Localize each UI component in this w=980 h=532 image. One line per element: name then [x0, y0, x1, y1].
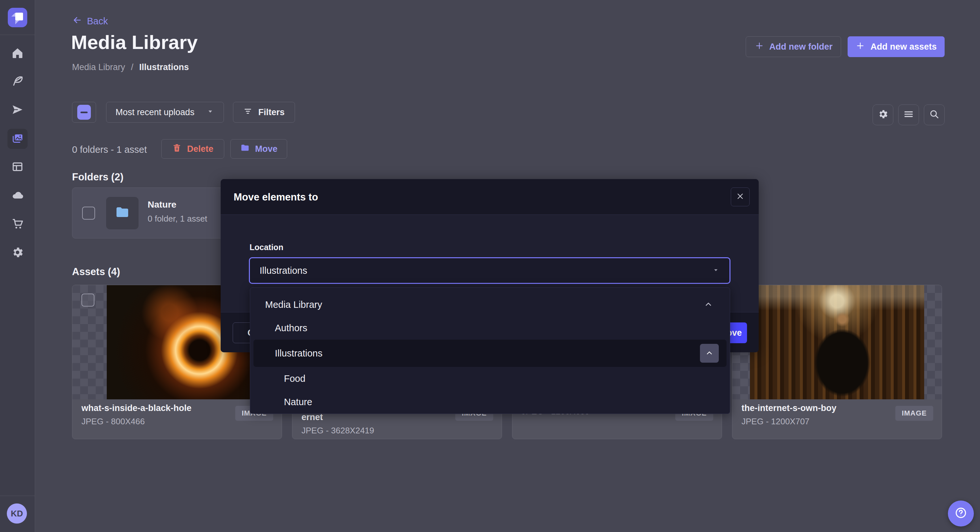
sort-value: Most recent uploads: [116, 107, 194, 118]
option-label: Illustrations: [275, 348, 323, 359]
sidebar-item-deploy[interactable]: [8, 186, 28, 206]
option-label: Authors: [275, 323, 307, 333]
list-icon: [903, 109, 914, 121]
sidebar-item-content-manager[interactable]: [8, 72, 28, 92]
dropdown-option-authors[interactable]: Authors: [253, 316, 727, 340]
asset-meta: JPEG - 800X466: [81, 416, 223, 427]
sort-dropdown[interactable]: Most recent uploads: [106, 102, 224, 122]
assets-heading: Assets (4): [72, 266, 120, 278]
back-link[interactable]: Back: [72, 15, 108, 28]
checkbox-indeterminate-icon: [77, 105, 91, 120]
move-button[interactable]: Move: [231, 139, 287, 159]
logo-shape: [15, 13, 23, 21]
dropdown-option-media-library[interactable]: Media Library: [253, 293, 727, 316]
delete-button[interactable]: Delete: [161, 139, 224, 159]
filters-label: Filters: [258, 107, 285, 118]
cart-icon: [11, 218, 24, 232]
folder-tile: [106, 197, 138, 229]
breadcrumb-separator: /: [131, 62, 134, 72]
back-label: Back: [87, 16, 108, 27]
asset-caption: the-internet-s-own-boy JPEG - 1200X707: [741, 403, 883, 427]
folder-checkbox[interactable]: [82, 206, 95, 220]
sidebar-item-settings[interactable]: [8, 243, 28, 263]
logo-shape: [11, 13, 15, 17]
sidebar-divider: [0, 35, 35, 35]
location-combobox[interactable]: Illustrations: [249, 257, 730, 284]
caret-down-icon: [206, 107, 215, 118]
plus-icon: [855, 41, 865, 53]
asset-card[interactable]: the-internet-s-own-boy JPEG - 1200X707 I…: [732, 285, 942, 439]
home-icon: [11, 47, 24, 61]
folder-meta: 0 folder, 1 asset: [148, 214, 207, 224]
asset-thumbnail: [732, 285, 942, 399]
close-icon: [736, 192, 744, 202]
dropdown-option-illustrations[interactable]: Illustrations: [253, 340, 727, 367]
add-new-assets-label: Add new assets: [870, 42, 937, 52]
library-portrait-image: [750, 285, 924, 399]
location-label: Location: [250, 243, 283, 252]
asset-caption: ernet JPEG - 3628X2419: [301, 412, 443, 436]
delete-label: Delete: [187, 144, 213, 154]
add-new-folder-button[interactable]: Add new folder: [746, 37, 841, 57]
folder-icon: [240, 143, 250, 155]
gear-icon: [11, 246, 24, 260]
option-label: Food: [284, 373, 305, 384]
folder-icon: [115, 205, 130, 222]
sidebar-item-marketplace[interactable]: [8, 214, 28, 235]
list-view-button[interactable]: [898, 105, 919, 125]
move-label: Move: [255, 144, 277, 154]
sidebar-item-media-library[interactable]: [8, 129, 28, 149]
asset-title: the-internet-s-own-boy: [741, 403, 883, 413]
cloud-icon: [11, 189, 24, 203]
select-all-checkbox[interactable]: [72, 102, 96, 122]
modal-header: Move elements to: [221, 179, 759, 215]
gear-icon: [877, 109, 888, 121]
selection-summary: 0 folders - 1 asset: [72, 140, 147, 159]
arrow-left-icon: [72, 15, 83, 28]
asset-caption: what-s-inside-a-black-hole JPEG - 800X46…: [81, 403, 223, 427]
chevron-up-icon[interactable]: [704, 300, 713, 309]
layout-icon: [11, 160, 24, 175]
user-avatar[interactable]: KD: [7, 503, 27, 524]
option-label: Media Library: [265, 299, 322, 310]
sidebar-item-content-type-builder[interactable]: [8, 157, 28, 178]
option-label: Nature: [284, 397, 312, 407]
sidebar-footer-divider: [0, 495, 35, 496]
page-title: Media Library: [71, 31, 197, 54]
add-new-assets-button[interactable]: Add new assets: [848, 37, 945, 57]
location-dropdown-list: Media Library Authors Illustrations Food…: [250, 287, 730, 414]
asset-type-badge: IMAGE: [895, 406, 933, 421]
asset-checkbox[interactable]: [81, 294, 94, 306]
add-new-folder-label: Add new folder: [769, 42, 833, 52]
dropdown-option-food[interactable]: Food: [253, 367, 727, 390]
search-button[interactable]: [924, 105, 945, 125]
view-settings-button[interactable]: [873, 105, 893, 125]
filter-icon: [243, 106, 253, 118]
breadcrumb-parent[interactable]: Media Library: [72, 62, 125, 72]
media-library-icon: [11, 132, 24, 146]
question-mark-icon: [954, 506, 968, 521]
search-icon: [929, 109, 940, 121]
breadcrumb-current: Illustrations: [139, 62, 189, 72]
filters-button[interactable]: Filters: [233, 102, 295, 122]
close-button[interactable]: [731, 187, 749, 206]
strapi-logo-icon[interactable]: [8, 8, 27, 27]
logo-shape: [15, 21, 19, 24]
sidebar-item-home[interactable]: [8, 44, 28, 64]
help-button[interactable]: [948, 500, 974, 526]
caret-down-icon: [712, 266, 720, 275]
collapse-children-button[interactable]: [700, 344, 719, 363]
asset-title: what-s-inside-a-black-hole: [81, 403, 223, 413]
asset-meta: JPEG - 1200X707: [741, 416, 883, 427]
folders-heading: Folders (2): [72, 171, 123, 183]
asset-meta: JPEG - 3628X2419: [301, 426, 443, 436]
dropdown-option-nature[interactable]: Nature: [253, 390, 727, 414]
sidebar-item-releases[interactable]: [8, 100, 28, 120]
feather-icon: [11, 75, 24, 89]
trash-icon: [172, 143, 182, 155]
paper-plane-icon: [11, 103, 24, 118]
location-value: Illustrations: [259, 265, 307, 276]
folder-name: Nature: [148, 200, 177, 210]
plus-icon: [754, 41, 764, 53]
breadcrumb: Media Library / Illustrations: [72, 62, 189, 72]
